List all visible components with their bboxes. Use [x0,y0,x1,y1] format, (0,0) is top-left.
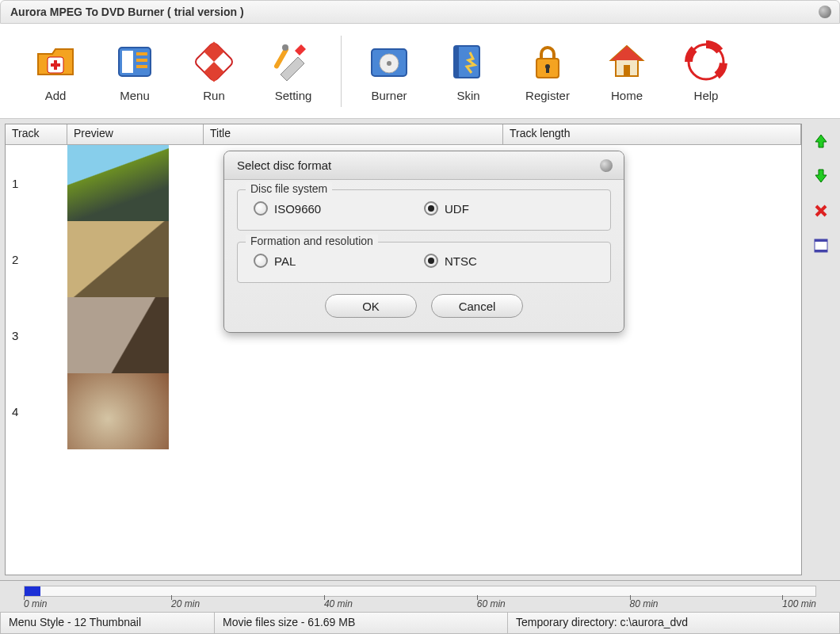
main-toolbar: Add Menu Run Setting Burner [0,24,840,119]
ruler-tick: 100 min [782,598,816,609]
svg-point-13 [387,61,391,66]
svg-rect-5 [136,65,147,68]
toolbar-label: Add [45,89,67,102]
svg-rect-19 [624,65,630,76]
svg-rect-4 [136,59,147,62]
toolbar-menu-button[interactable]: Menu [95,33,174,109]
dialog-body: Disc file system ISO9660 UDF Formation a [224,180,624,332]
radio-icon [424,254,438,268]
track-list-header: Track Preview Title Track length [6,124,801,145]
status-menu-style: Menu Style - 12 Thumbnail [1,613,215,633]
properties-button[interactable] [811,236,830,255]
radio-icon [424,201,438,216]
move-down-button[interactable] [811,166,830,185]
titlebar[interactable]: Aurora MPEG To DVD Burner ( trial versio… [0,0,840,24]
ruler-tick: 40 min [324,598,353,609]
toolbar-help-button[interactable]: Help [666,33,746,109]
track-number: 4 [6,373,67,449]
toolbar-label: Burner [371,89,407,102]
radio-iso9660[interactable]: ISO9660 [254,201,424,216]
app-window: Aurora MPEG To DVD Burner ( trial versio… [0,0,840,634]
close-icon[interactable] [819,6,831,18]
ruler-track [24,586,816,597]
toolbar-run-button[interactable]: Run [174,33,254,109]
column-track[interactable]: Track [6,124,67,144]
help-icon [684,40,728,84]
content-area: Track Preview Title Track length 1 2 3 [0,119,840,580]
column-length[interactable]: Track length [503,124,801,144]
svg-point-21 [700,55,712,68]
track-thumbnail [67,145,204,221]
ruler-ticks: 0 min 20 min 40 min 60 min 80 min 100 mi… [24,598,816,609]
radio-icon [254,201,268,216]
ok-button[interactable]: OK [325,294,417,318]
track-thumbnail [67,373,204,449]
ruler-tick: 60 min [477,598,506,609]
toolbar-register-button[interactable]: Register [508,33,587,109]
toolbar-label: Menu [120,89,150,102]
skin-icon [446,40,491,84]
toolbar-setting-button[interactable]: Setting [254,33,333,109]
svg-rect-15 [454,46,459,78]
radio-label: NTSC [445,254,477,268]
toolbar-add-button[interactable]: Add [16,33,95,109]
run-icon [192,40,236,84]
radio-pal[interactable]: PAL [254,254,424,268]
delete-button[interactable] [811,201,830,220]
move-up-button[interactable] [811,132,830,151]
radio-udf[interactable]: UDF [424,201,594,216]
toolbar-label: Skin [456,89,479,102]
disc-file-system-group: Disc file system ISO9660 UDF [237,189,611,231]
svg-rect-18 [546,68,549,73]
table-row[interactable]: 4 [6,373,801,449]
group-legend: Formation and resolution [246,235,378,247]
track-thumbnail [67,297,204,373]
side-toolbar [807,124,835,575]
toolbar-burner-button[interactable]: Burner [349,33,429,109]
status-bar: Menu Style - 12 Thumbnail Movie files si… [0,612,840,634]
status-file-size: Movie files size - 61.69 MB [215,613,508,633]
menu-icon [113,40,157,84]
toolbar-skin-button[interactable]: Skin [429,33,508,109]
column-title[interactable]: Title [204,124,503,144]
toolbar-label: Register [525,89,570,102]
ruler-tick: 80 min [630,598,659,609]
radio-label: UDF [445,202,469,216]
home-icon [605,40,649,84]
add-folder-icon [33,40,78,84]
track-number: 1 [6,145,67,221]
column-preview[interactable]: Preview [67,124,204,144]
toolbar-label: Home [611,89,643,102]
toolbar-separator [341,36,342,107]
svg-point-10 [282,44,288,51]
select-disc-format-dialog: Select disc format Disc file system ISO9… [223,151,624,333]
svg-rect-2 [122,51,133,73]
ruler-tick: 0 min [24,598,47,609]
toolbar-home-button[interactable]: Home [587,33,666,109]
svg-rect-24 [815,250,827,252]
svg-rect-3 [136,52,147,55]
close-icon[interactable] [600,159,613,172]
formation-resolution-group: Formation and resolution PAL NTSC [237,242,611,283]
window-title: Aurora MPEG To DVD Burner ( trial versio… [10,6,244,18]
radio-label: PAL [274,254,296,268]
toolbar-label: Setting [275,89,312,102]
dialog-title-text: Select disc format [237,158,331,172]
radio-icon [254,254,268,268]
toolbar-label: Help [694,89,719,102]
track-number: 3 [6,297,67,373]
radio-ntsc[interactable]: NTSC [424,254,594,268]
timeline-ruler[interactable]: 0 min 20 min 40 min 60 min 80 min 100 mi… [0,580,840,612]
svg-rect-23 [815,239,827,242]
ruler-tick: 20 min [171,598,200,609]
register-icon [525,40,570,84]
burner-icon [367,40,411,84]
setting-icon [271,40,315,84]
radio-label: ISO9660 [274,202,321,216]
track-thumbnail [67,221,204,297]
ruler-fill [25,586,40,596]
toolbar-label: Run [203,89,225,102]
dialog-titlebar[interactable]: Select disc format [224,151,624,180]
track-number: 2 [6,221,67,297]
cancel-button[interactable]: Cancel [431,294,523,318]
